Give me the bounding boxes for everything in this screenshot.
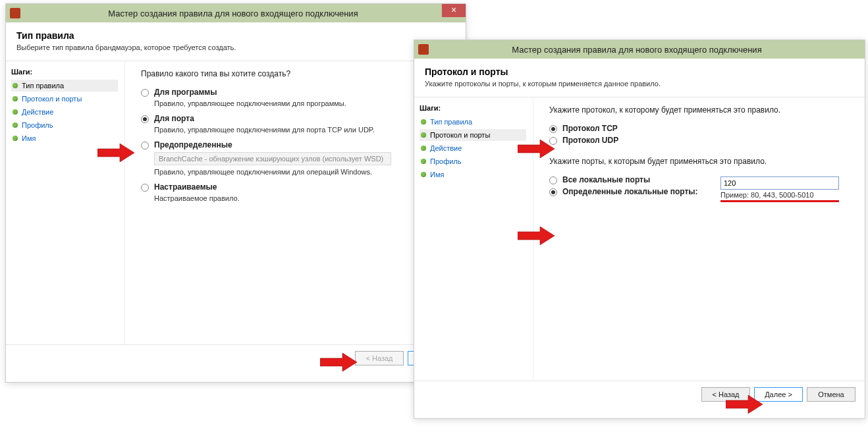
bullet-icon (421, 172, 426, 177)
bullet-icon (421, 119, 426, 124)
radio-icon (549, 188, 557, 196)
titlebar[interactable]: Мастер создания правила для нового входя… (6, 4, 466, 22)
radio-program-desc: Правило, управляющее подключениями для п… (154, 99, 454, 107)
wizard-window-protocol-ports: Мастер создания правила для нового входя… (414, 40, 865, 419)
radio-icon (141, 184, 149, 192)
window-title: Мастер создания правила для нового входя… (433, 45, 865, 55)
cancel-button[interactable]: Отмена (807, 387, 855, 402)
predefined-combobox[interactable]: BranchCache - обнаружение кэширующих узл… (154, 152, 391, 165)
prompt-ports: Укажите порты, к которым будет применять… (549, 157, 853, 166)
window-title: Мастер создания правила для нового входя… (24, 9, 466, 18)
radio-custom-desc: Настраиваемое правило. (154, 194, 454, 202)
step-protocol-ports[interactable]: Протокол и порты (11, 93, 118, 105)
radio-port-desc: Правило, управляющее подключениями для п… (154, 126, 454, 134)
step-action[interactable]: Действие (11, 106, 118, 118)
radio-tcp[interactable]: Протокол TCP (549, 124, 853, 133)
radio-custom[interactable]: Настраиваемые (141, 182, 454, 192)
radio-predefined-desc: Правило, управляющее подключениями для о… (154, 168, 454, 176)
bullet-icon (13, 109, 18, 115)
steps-label: Шаги: (11, 68, 118, 76)
radio-predefined[interactable]: Предопределенные (141, 140, 454, 149)
radio-icon (141, 142, 149, 149)
step-profile[interactable]: Профиль (11, 119, 118, 131)
bullet-icon (421, 159, 426, 164)
radio-port[interactable]: Для порта (141, 114, 454, 123)
bullet-icon (13, 136, 18, 141)
step-action[interactable]: Действие (420, 142, 526, 154)
radio-udp[interactable]: Протокол UDP (549, 136, 853, 145)
back-button[interactable]: < Назад (355, 351, 404, 365)
wizard-content: Укажите протокол, к которому будет приме… (533, 97, 865, 381)
wizard-footer: < Назад Далее > (6, 344, 466, 371)
page-heading: Тип правила (16, 30, 455, 41)
radio-icon (549, 137, 557, 145)
annotation-underline (720, 200, 839, 202)
wizard-steps: Шаги: Тип правила Протокол и порты Дейст… (414, 97, 533, 381)
wizard-header: Протокол и порты Укажите протоколы и пор… (414, 59, 865, 97)
radio-icon (141, 115, 149, 123)
step-name[interactable]: Имя (420, 169, 526, 180)
titlebar[interactable]: Мастер создания правила для нового входя… (414, 40, 865, 59)
bullet-icon (13, 96, 18, 101)
step-rule-type[interactable]: Тип правила (11, 80, 118, 92)
wizard-steps: Шаги: Тип правила Протокол и порты Дейст… (6, 61, 124, 344)
page-heading: Протокол и порты (425, 67, 854, 77)
page-subheading: Укажите протоколы и порты, к которым при… (425, 80, 854, 88)
next-button[interactable]: Далее > (754, 387, 803, 402)
step-protocol-ports[interactable]: Протокол и порты (420, 129, 526, 141)
bullet-icon (13, 122, 18, 128)
back-button[interactable]: < Назад (701, 387, 750, 402)
step-name[interactable]: Имя (11, 132, 118, 144)
steps-label: Шаги: (420, 104, 526, 112)
port-example: Пример: 80, 443, 5000-5010 (720, 191, 853, 199)
page-subheading: Выберите тип правила брандмауэра, которо… (16, 43, 455, 51)
bullet-icon (421, 132, 426, 138)
bullet-icon (13, 83, 18, 88)
wizard-window-rule-type: Мастер создания правила для нового входя… (5, 3, 466, 383)
radio-icon (549, 125, 557, 133)
firewall-icon (418, 44, 429, 55)
wizard-header: Тип правила Выберите тип правила брандма… (6, 22, 466, 61)
wizard-footer: < Назад Далее > Отмена (414, 381, 865, 407)
bullet-icon (421, 146, 426, 151)
port-field-group: Пример: 80, 443, 5000-5010 (720, 176, 853, 202)
radio-icon (141, 89, 149, 97)
port-input[interactable] (720, 176, 839, 190)
step-profile[interactable]: Профиль (420, 155, 526, 167)
firewall-icon (10, 8, 20, 18)
close-button[interactable]: × (442, 4, 466, 17)
prompt-rule-type: Правило какого типа вы хотите создать? (141, 69, 454, 78)
prompt-protocol: Укажите протокол, к которому будет приме… (549, 105, 853, 115)
radio-icon (549, 176, 557, 184)
radio-program[interactable]: Для программы (141, 88, 454, 97)
step-rule-type[interactable]: Тип правила (420, 116, 526, 128)
